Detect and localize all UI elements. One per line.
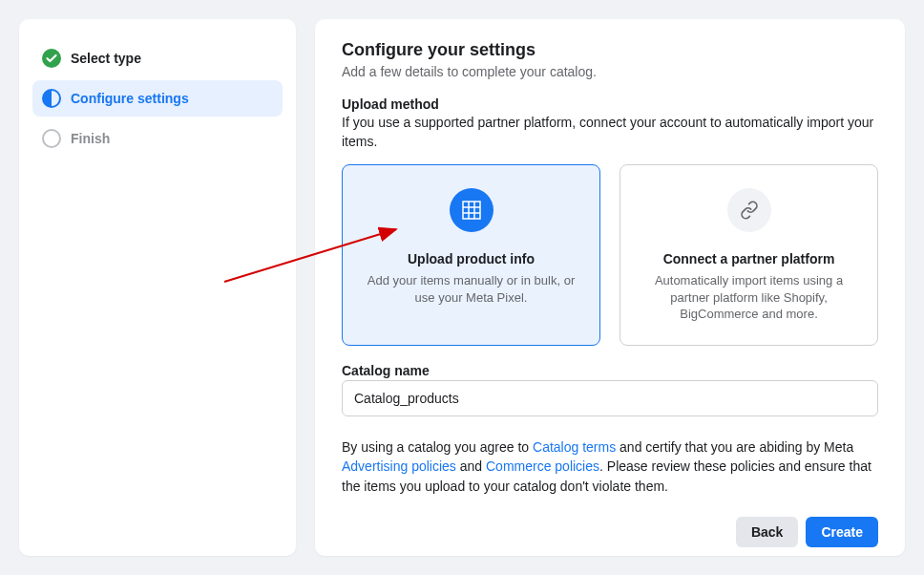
action-row: Back Create [342,517,878,547]
card-desc: Automatically import items using a partn… [640,272,858,323]
upload-method-cards: Upload product info Add your items manua… [342,164,878,346]
step-label: Finish [71,131,110,146]
catalog-name-input[interactable] [342,380,878,416]
page-subtitle: Add a few details to complete your catal… [342,64,878,79]
advertising-policies-link[interactable]: Advertising policies [342,458,456,474]
upload-method-label: Upload method [342,96,878,112]
link-icon [727,188,771,232]
svg-point-2 [43,130,60,147]
card-title: Upload product info [408,251,535,266]
check-circle-icon [42,49,61,68]
card-connect-partner[interactable]: Connect a partner platform Automatically… [620,164,878,346]
catalog-name-label: Catalog name [342,363,878,378]
main-panel: Configure your settings Add a few detail… [315,19,905,556]
half-circle-icon [42,89,61,108]
page-title: Configure your settings [342,40,878,60]
commerce-policies-link[interactable]: Commerce policies [486,458,599,474]
back-button[interactable]: Back [736,517,798,547]
step-select-type[interactable]: Select type [32,40,283,76]
create-button[interactable]: Create [806,517,878,547]
card-title: Connect a partner platform [663,251,835,266]
card-desc: Add your items manually or in bulk, or u… [362,272,580,306]
step-label: Select type [71,51,141,66]
card-upload-product-info[interactable]: Upload product info Add your items manua… [342,164,600,346]
empty-circle-icon [42,129,61,148]
grid-icon [450,188,494,232]
catalog-terms-link[interactable]: Catalog terms [533,439,616,455]
step-finish[interactable]: Finish [32,120,283,157]
step-label: Configure settings [71,91,189,106]
svg-rect-3 [463,202,480,219]
step-configure-settings[interactable]: Configure settings [32,80,283,117]
wizard-sidebar: Select type Configure settings Finish [19,19,296,556]
policy-text: By using a catalog you agree to Catalog … [342,437,878,496]
upload-method-desc: If you use a supported partner platform,… [342,114,878,151]
